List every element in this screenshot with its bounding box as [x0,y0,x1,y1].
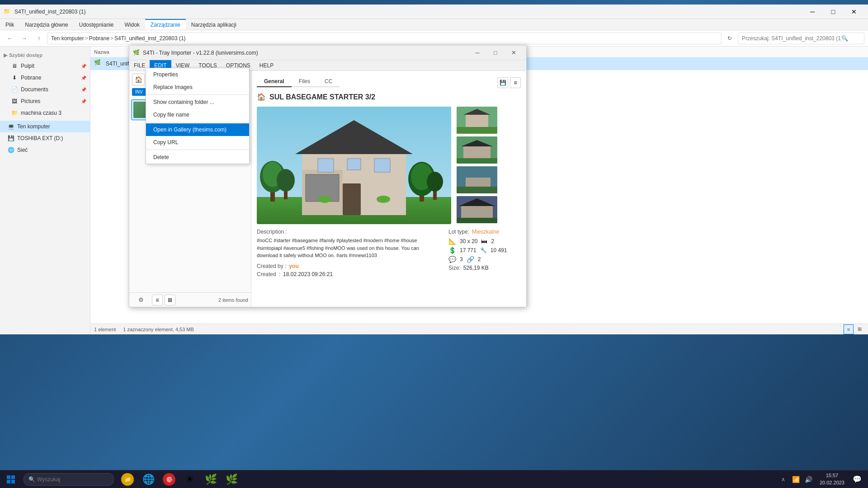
s4ti-grid-view-button[interactable]: ⊞ [165,295,175,305]
sidebar-item-toshiba[interactable]: 💾 TOSHIBA EXT (D:) [0,132,90,144]
ctx-delete[interactable]: Delete [146,151,249,164]
tool-icon: 🔧 [480,247,487,253]
sidebar-header-quick-access[interactable]: ▶ Szybki dostęp [0,50,90,60]
explorer-icon: 📁 [4,8,11,15]
description-text: #noCC #starter #basegame #family #playte… [257,237,420,259]
s4ti-nav-inv[interactable]: INV [132,88,146,96]
taskbar: 🔍 📁 🌐 🎯 ☀ 🌿 🌿 ∧ 📶 [0,470,868,488]
pictures-icon: 🖼 [11,98,18,105]
desktop: 📁 S4TI_unified_inst_220803 (1) ─ □ ✕ Pli… [0,0,868,488]
tray-expand-button[interactable]: ∧ [778,474,789,485]
taskbar-search-box: 🔍 [24,473,114,486]
back-button[interactable]: ← [4,32,16,45]
tray-clock[interactable]: 15:57 20.02.2023 [816,472,848,486]
created-label: Created [257,271,276,277]
house-illustration [257,107,451,224]
taskbar-app-explorer[interactable]: 📁 [118,470,137,488]
forward-button[interactable]: → [18,32,31,45]
sidebar-quick-access: ▶ Szybki dostęp 🖥 Pulpit 📌 ⬇ Pobrane 📌 [0,50,90,119]
svg-rect-39 [7,480,10,483]
share-icon: 🔗 [467,256,474,263]
grid-view-button[interactable]: ⊞ [854,324,864,334]
tab-narzedzia-aplikacji[interactable]: Narzędzia aplikacji [186,19,242,30]
s4ti-home-button[interactable]: 🏠 [132,74,145,85]
taskbar-app-1[interactable]: 🎯 [159,470,179,488]
taskbar-app-2[interactable]: ☀ [180,470,200,488]
svg-rect-37 [7,475,10,479]
tab-zarzadzanie[interactable]: Zarządzanie [145,19,186,30]
tab-widok[interactable]: Widok [119,19,145,30]
path-computer[interactable]: Ten komputer [51,35,84,42]
tab-plik[interactable]: Plik [0,19,19,30]
download-icon: ⬇ [11,74,18,81]
explorer-close-button[interactable]: ✕ [844,5,864,19]
svg-rect-32 [457,187,497,193]
svg-rect-25 [457,127,497,134]
ctx-show-folder[interactable]: Show containing folder ... [146,96,249,108]
menu-help[interactable]: HELP [255,60,278,71]
taskbar-app-s4ti-2[interactable]: 🌿 [222,470,241,488]
price-icon: 💲 [448,247,456,254]
sidebar-item-documents[interactable]: 📄 Documents 📌 [0,84,90,95]
windows-logo-icon [6,475,15,484]
tab-udostepnianie[interactable]: Udostępnianie [74,19,119,30]
up-button[interactable]: ↑ [33,32,45,45]
ctx-copy-filename[interactable]: Copy file name [146,108,249,121]
search-input[interactable] [742,35,841,42]
path-folder[interactable]: S4TI_unified_inst_220803 (1) [114,35,185,42]
ctx-properties[interactable]: Properties [146,68,249,81]
s4ti-settings-button[interactable]: ⚙ [132,294,150,306]
tab-files[interactable]: Files [292,76,317,87]
meta-comments-row: 💬 3 🔗 2 [448,256,521,263]
explorer-window-controls: ─ □ ✕ [802,5,864,19]
thumbnail-1[interactable] [457,107,497,134]
svg-point-20 [318,196,331,203]
ctx-copy-url[interactable]: Copy URL [146,136,249,149]
s4ti-list-view-button[interactable]: ≡ [152,295,163,305]
tab-cc[interactable]: CC [317,76,340,87]
ctx-open-gallery[interactable]: Open in Gallery (thesims.com) [146,123,249,136]
taskbar-search-input[interactable] [37,476,100,483]
thumbnail-2[interactable] [457,136,497,164]
ctx-replace-images[interactable]: Replace Images [146,81,249,94]
refresh-button[interactable]: ↻ [723,32,736,45]
sidebar-item-ten-komputer[interactable]: 💻 Ten komputer [0,121,90,132]
pin-icon-pulpit: 📌 [81,64,86,69]
thumbnail-3[interactable] [457,166,497,193]
taskbar-app-s4ti-1[interactable]: 🌿 [201,470,221,488]
s4ti-maximize-button[interactable]: □ [486,47,505,59]
house-icon: 🏠 [257,93,266,101]
tray-volume-icon[interactable]: 🔊 [803,474,814,485]
sidebar-item-machina[interactable]: 📁 machina czasu 3 [0,107,90,119]
address-path[interactable]: Ten komputer > Pobrane > S4TI_unified_in… [47,33,722,44]
s4ti-save-button[interactable]: 💾 [497,77,508,88]
sidebar-item-pictures[interactable]: 🖼 Pictures 📌 [0,95,90,107]
s4ti-close-button[interactable]: ✕ [505,47,523,59]
sidebar-item-siec[interactable]: 🌐 Sieć [0,144,90,156]
start-button[interactable] [0,470,22,488]
svg-rect-7 [318,159,334,172]
s4ti-menu-button[interactable]: ≡ [510,77,521,88]
tab-general[interactable]: General [257,76,292,87]
ctx-separator-2 [146,122,249,122]
pin-icon-pictures: 📌 [81,99,86,104]
address-bar: ← → ↑ Ten komputer > Pobrane > S4TI_unif… [0,30,868,47]
tray-network-icon[interactable]: 📶 [791,474,802,485]
svg-point-19 [427,172,443,192]
search-icon[interactable]: 🔍 [841,35,848,42]
s4ti-window-controls: ─ □ ✕ [468,47,523,59]
ctx-separator-1 [146,94,249,95]
s4ti-main-image[interactable] [257,107,451,224]
sidebar-item-pobrane[interactable]: ⬇ Pobrane 📌 [0,72,90,84]
explorer-minimize-button[interactable]: ─ [802,5,823,19]
tab-narzedzia-glowne[interactable]: Narzędzia główne [19,19,73,30]
sidebar-item-pulpit[interactable]: 🖥 Pulpit 📌 [0,60,90,72]
thumbnail-4[interactable] [457,196,497,223]
list-view-button[interactable]: ≡ [844,324,854,334]
s4ti-minimize-button[interactable]: ─ [468,47,486,59]
path-pobrane[interactable]: Pobrane [89,35,109,42]
taskbar-app-chrome[interactable]: 🌐 [138,470,158,488]
notification-button[interactable]: 💬 [850,470,864,488]
house-title-text: SUL BASEGAME STARTER 3/2 [269,93,375,101]
explorer-maximize-button[interactable]: □ [823,5,844,19]
